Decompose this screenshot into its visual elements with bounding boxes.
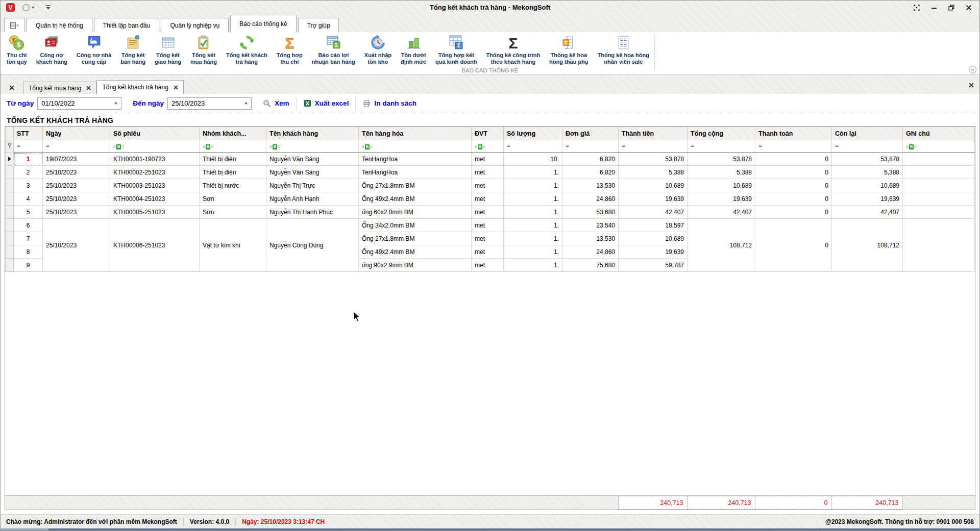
ribbon-button-tong-ket-giao-hang[interactable]: Tổng kếtgiao hàng: [150, 34, 186, 66]
cell-ngay[interactable]: 25/10/2023: [43, 206, 110, 219]
cell-nhom[interactable]: Thiết bị nước: [200, 179, 266, 192]
cell-tong_cong[interactable]: 42,407: [688, 206, 755, 219]
cell-stt[interactable]: 8: [14, 245, 43, 259]
ribbon-button-thong-ke-hoa-hong-thau-phu[interactable]: Σ Thống kê hoahồng thầu phụ: [545, 34, 593, 66]
cell-thanh_toan[interactable]: 0: [755, 153, 832, 166]
table-row[interactable]: 425/10/2023KTH00004-251023SơnNguyễn Anh …: [6, 192, 975, 206]
cell-thanh_tien[interactable]: 5,388: [619, 166, 688, 179]
cell-ten_kh[interactable]: Nguyễn Thị Hạnh Phúc: [266, 206, 359, 219]
cell-don_gia[interactable]: 23,540: [562, 219, 619, 232]
from-date-combobox[interactable]: 01/10/2022: [37, 97, 121, 110]
filter-cell-thanh_toan[interactable]: =: [755, 140, 832, 153]
cell-ngay[interactable]: 19/07/2023: [43, 153, 110, 166]
cell-thanh_toan[interactable]: 0: [755, 206, 832, 219]
ribbon-button-bao-cao-loi-nhuan-ban-hang[interactable]: Σ Báo cáo lợinhuận bán hàng: [307, 34, 360, 66]
cell-nhom[interactable]: Thiết bị điện: [200, 166, 266, 179]
column-header-dvt[interactable]: ĐVT: [472, 127, 504, 140]
cell-so_luong[interactable]: 1.: [504, 206, 562, 219]
cell-so_luong[interactable]: 1.: [504, 245, 562, 259]
column-header-ten_hh[interactable]: Tên hàng hóa: [359, 127, 472, 140]
column-header-con_lai[interactable]: Còn lại: [832, 127, 903, 140]
menu-tab-thiet-lap-ban-dau[interactable]: Thiết lập ban đầu: [94, 18, 160, 32]
menu-tab-quan-tri-he-thong[interactable]: Quản trị hệ thống: [27, 18, 92, 32]
cell-dvt[interactable]: met: [472, 166, 504, 179]
column-header-ghi_chu[interactable]: Ghi chú: [903, 127, 975, 140]
table-row[interactable]: 119/07/2023KTH00001-190723Thiết bị điệnN…: [6, 153, 975, 166]
cell-ngay[interactable]: 25/10/2023: [43, 166, 110, 179]
cell-thanh_tien[interactable]: 59,787: [619, 259, 688, 272]
ribbon-button-cong-no-nha-cung-cap[interactable]: Công nợ nhàcung cấp: [72, 34, 116, 66]
cell-ten_hh[interactable]: ống 60x2.0mm BM: [359, 206, 472, 219]
ribbon-button-thong-ke-cong-trinh-theo-khach-hang[interactable]: Σ Thống kê công trìnhtheo khách hàng: [481, 34, 545, 66]
ribbon-button-xuat-nhap-ton-kho[interactable]: Xuất nhậptồn kho: [360, 34, 396, 66]
cell-thanh_toan[interactable]: 0: [755, 179, 832, 192]
cell-tong_cong[interactable]: 10,689: [688, 179, 755, 192]
cell-nhom[interactable]: Sơn: [200, 206, 266, 219]
cell-don_gia[interactable]: 6,820: [562, 153, 619, 166]
cell-stt[interactable]: 3: [14, 179, 43, 192]
filter-cell-don_gia[interactable]: =: [562, 140, 619, 153]
filter-cell-thanh_tien[interactable]: =: [619, 140, 688, 153]
row-indicator[interactable]: [6, 153, 14, 166]
menu-tab-quan-ly-nghiep-vu[interactable]: Quản lý nghiệp vụ: [161, 18, 229, 32]
cell-dvt[interactable]: met: [472, 219, 504, 232]
cell-ten_kh[interactable]: Nguyễn Anh Hạnh: [266, 192, 359, 206]
cell-con_lai[interactable]: 42,407: [832, 206, 903, 219]
cell-so_phieu[interactable]: KTH00001-190723: [110, 153, 200, 166]
cell-stt[interactable]: 9: [14, 259, 43, 272]
cell-dvt[interactable]: met: [472, 232, 504, 245]
ribbon-button-thong-ke-hoa-hong-nhan-vien-sale[interactable]: Thống kê hoa hồngnhân viên sale: [593, 34, 653, 66]
cell-don_gia[interactable]: 75,680: [562, 259, 619, 272]
ribbon-button-tong-ket-mua-hang[interactable]: Tổng kếtmua hàng: [186, 34, 222, 66]
cell-ten_kh[interactable]: Nguyễn Văn Sáng: [266, 153, 359, 166]
table-row[interactable]: 325/10/2023KTH00003-251023Thiết bị nướcN…: [6, 179, 975, 192]
cell-don_gia[interactable]: 13,530: [562, 232, 619, 245]
cell-ten_hh[interactable]: TenHangHoa: [359, 166, 472, 179]
row-indicator[interactable]: [6, 232, 14, 245]
column-header-stt[interactable]: STT: [14, 127, 43, 140]
close-button[interactable]: [966, 5, 972, 11]
ribbon-button-tong-hop-ket-qua-kinh-doanh[interactable]: Σ Tổng hợp kếtquả kinh doanh: [431, 34, 481, 66]
cell-thanh_tien[interactable]: 53,878: [619, 153, 688, 166]
cell-ghi_chu[interactable]: [903, 166, 975, 179]
view-button[interactable]: Xem: [263, 99, 289, 108]
close-icon[interactable]: [86, 86, 91, 90]
table-row[interactable]: 625/10/2023KTH00006-251023Vật tư kim khí…: [6, 219, 975, 232]
cell-stt[interactable]: 5: [14, 206, 43, 219]
cell-ngay[interactable]: 25/10/2023: [43, 179, 110, 192]
cell-ghi_chu[interactable]: [903, 179, 975, 192]
row-indicator[interactable]: [6, 206, 14, 219]
cell-so_phieu[interactable]: KTH00004-251023: [110, 192, 200, 206]
cell-dvt[interactable]: met: [472, 179, 504, 192]
column-header-thanh_toan[interactable]: Thanh toán: [755, 127, 832, 140]
cell-thanh_tien[interactable]: 19,639: [619, 245, 688, 259]
tabstrip-close-all-button[interactable]: [5, 82, 18, 94]
cell-con_lai[interactable]: 19,639: [832, 192, 903, 206]
export-excel-button[interactable]: Xuất excel: [304, 99, 349, 107]
cell-stt[interactable]: 2: [14, 166, 43, 179]
filter-cell-ten_kh[interactable]: ABC: [266, 140, 359, 153]
to-date-combobox[interactable]: 25/10/2023: [167, 97, 252, 110]
cell-stt[interactable]: 1: [14, 153, 43, 166]
cell-nhom[interactable]: Sơn: [200, 192, 266, 206]
row-indicator[interactable]: [6, 259, 14, 272]
restore-button[interactable]: [948, 5, 954, 11]
cell-don_gia[interactable]: 6,820: [562, 166, 619, 179]
cell-ngay[interactable]: 25/10/2023: [43, 192, 110, 206]
cell-ghi_chu[interactable]: [903, 206, 975, 219]
fullscreen-button[interactable]: [914, 5, 920, 11]
cell-dvt[interactable]: met: [472, 259, 504, 272]
menu-tab-bao-cao-thong-ke[interactable]: Báo cáo thống kê: [230, 15, 296, 32]
cell-thanh_tien[interactable]: 19,639: [619, 192, 688, 206]
menu-launcher-button[interactable]: [4, 18, 25, 32]
filter-cell-so_phieu[interactable]: ABC: [110, 140, 200, 153]
cell-stt[interactable]: 7: [14, 232, 43, 245]
ribbon-button-tong-hop-thu-chi[interactable]: Σ Tổng hợpthu chi: [272, 34, 307, 66]
row-indicator[interactable]: [6, 179, 14, 192]
cell-ngay[interactable]: 25/10/2023: [43, 219, 110, 272]
cell-thanh_toan[interactable]: 0: [755, 219, 832, 272]
cell-ten_kh[interactable]: Nguyễn Thị Trực: [266, 179, 359, 192]
cell-so_phieu[interactable]: KTH00003-251023: [110, 179, 200, 192]
cell-so_luong[interactable]: 1.: [504, 232, 562, 245]
cell-con_lai[interactable]: 53,878: [832, 153, 903, 166]
